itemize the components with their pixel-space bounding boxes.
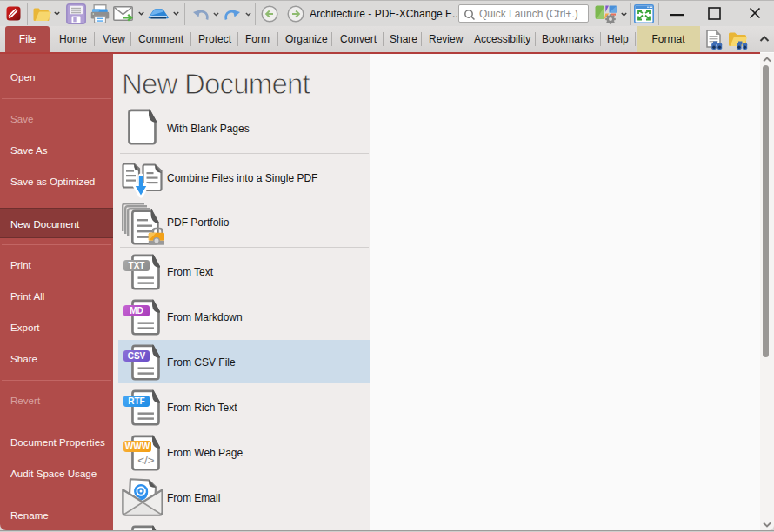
svg-text:</>: </> xyxy=(137,454,154,467)
